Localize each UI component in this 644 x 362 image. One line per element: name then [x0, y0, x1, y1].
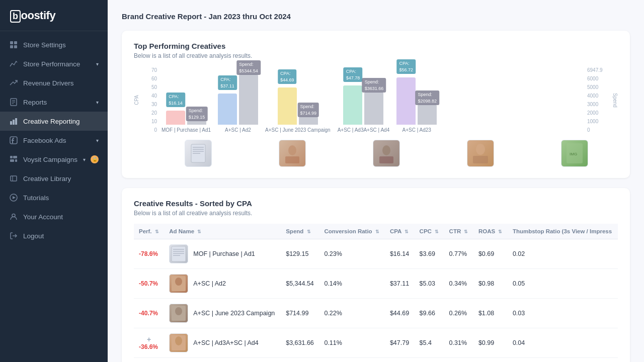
- sidebar-item-tutorials[interactable]: Tutorials: [0, 188, 108, 207]
- spend-label-4: Spend:$3631.66: [362, 78, 386, 93]
- sidebar-item-reports[interactable]: Reports ▾: [0, 93, 108, 112]
- sidebar-item-creative-reporting[interactable]: Creative Reporting: [0, 112, 108, 131]
- bar-cpa-4: CPA:$47.78: [343, 85, 362, 125]
- ad-name-text-1: MOF | Purchase | Ad1: [193, 250, 255, 257]
- sidebar-item-store-settings[interactable]: Store Settings: [0, 35, 108, 54]
- sidebar-item-facebook-ads[interactable]: Facebook Ads ▾: [0, 131, 108, 150]
- table-header-row: Perf. ⇅ Ad Name ⇅ Spend ⇅ Conversion Rat…: [134, 224, 618, 239]
- cpa-label-5: CPA:$56.72: [396, 59, 416, 74]
- svg-rect-12: [10, 156, 13, 158]
- svg-point-29: [382, 145, 390, 155]
- col-roas[interactable]: ROAS ⇅: [473, 224, 508, 239]
- fb-icon: [9, 136, 18, 145]
- col-ad-name[interactable]: Ad Name ⇅: [164, 224, 281, 239]
- svg-rect-35: [172, 246, 186, 261]
- col-cpc[interactable]: CPC ⇅: [415, 224, 444, 239]
- svg-rect-9: [13, 120, 15, 125]
- thumbnail-3: [343, 140, 430, 167]
- cpc-2: $5.03: [415, 269, 444, 299]
- chart-icon: [9, 59, 18, 68]
- perf-value-2: -50.7%: [134, 269, 164, 299]
- svg-rect-28: [285, 156, 299, 163]
- sidebar-item-store-performance[interactable]: Store Performance ▾: [0, 54, 108, 73]
- svg-text:IMG: IMG: [570, 152, 577, 156]
- svg-rect-16: [11, 176, 17, 181]
- ad-thumb-img-2: [169, 274, 188, 293]
- thumb-img-1: [185, 140, 212, 167]
- ctr-2: 0.34%: [444, 269, 473, 299]
- svg-point-27: [288, 145, 296, 155]
- sidebar-item-logout[interactable]: Logout: [0, 226, 108, 245]
- thumbstop-4: 0.04: [508, 328, 618, 358]
- sort-icon-conversion[interactable]: ⇅: [375, 229, 379, 234]
- col-cpc-label: CPC: [420, 228, 432, 234]
- bar-spend-3: Spend:$714.99: [299, 117, 318, 125]
- thumbstop-1: 0.02: [508, 239, 618, 269]
- grid2-icon: [9, 155, 18, 164]
- conversion-4: 0.11%: [319, 328, 384, 358]
- ad-name-cell-2: A+SC | Ad2: [164, 269, 281, 299]
- cpa-1: $16.14: [385, 239, 415, 269]
- col-spend[interactable]: Spend ⇅: [281, 224, 319, 239]
- svg-rect-8: [10, 121, 12, 125]
- right-y-axis-label: Spend: [612, 93, 618, 108]
- sort-icon-cpa[interactable]: ⇅: [405, 229, 409, 234]
- sidebar-item-reports-label: Reports: [23, 99, 47, 106]
- roas-1: $0.69: [473, 239, 508, 269]
- sidebar-item-your-account[interactable]: Your Account: [0, 207, 108, 226]
- sidebar-item-voysit-campaigns[interactable]: Voysit Campaigns ▾ 🔒: [0, 150, 108, 169]
- col-ad-name-label: Ad Name: [169, 228, 194, 234]
- chart-bars-container: CPA:CPA: $16.14$16.14 Spend:$129.15 MOF …: [162, 67, 582, 133]
- group-label-5: A+SC | Ad23: [403, 127, 431, 133]
- svg-rect-32: [473, 156, 488, 163]
- cpa-4: $47.79: [385, 328, 415, 358]
- sort-icon-cpc[interactable]: ⇅: [435, 229, 439, 234]
- col-roas-label: ROAS: [478, 228, 495, 234]
- spend-label-1: Spend:$129.15: [186, 107, 208, 121]
- y-axis-ticks: 70 60 50 40 30 20 10 0: [143, 67, 158, 133]
- y-tick: 40: [151, 93, 157, 99]
- col-conversion[interactable]: Conversion Ratio ⇅: [319, 224, 384, 239]
- svg-rect-3: [14, 45, 17, 48]
- sort-icon-ad-name[interactable]: ⇅: [197, 229, 201, 234]
- col-thumbstop[interactable]: Thumbstop Ratio (3s View / Impress: [508, 224, 618, 239]
- chart-group-1: CPA:CPA: $16.14$16.14 Spend:$129.15 MOF …: [162, 59, 211, 133]
- cpa-label-1: CPA:CPA: $16.14$16.14: [166, 93, 185, 107]
- right-y-axis: 6947.9 6000 5000 4000 3000 2000 1000 0: [585, 67, 609, 133]
- grid-icon: [9, 40, 18, 49]
- file-icon: [9, 98, 18, 107]
- thumb-img-3: [373, 140, 400, 167]
- ad-name-cell-3: A+SC | June 2023 Campaign: [164, 299, 281, 328]
- trending-icon: [9, 78, 18, 87]
- col-ctr-label: CTR: [449, 228, 461, 234]
- col-ctr[interactable]: CTR ⇅: [444, 224, 473, 239]
- sort-icon-perf[interactable]: ⇅: [155, 229, 159, 234]
- cpa-label-3: CPA:$44.69: [278, 69, 297, 84]
- ad-name-text-4: A+SC | Ad3A+SC | Ad4: [193, 339, 259, 346]
- svg-marker-19: [13, 196, 16, 199]
- sort-icon-ctr[interactable]: ⇅: [464, 229, 468, 234]
- spend-label-2: Spend:$5344.54: [236, 60, 261, 75]
- chart-bars-group-2: CPA:$37.11 Spend:$5344.54: [218, 59, 258, 125]
- col-cpa[interactable]: CPA ⇅: [385, 224, 415, 239]
- chevron-down-icon-reports: ▾: [96, 100, 99, 105]
- ad-thumb-img-3: [169, 304, 188, 323]
- sidebar-item-voysit-campaigns-label: Voysit Campaigns: [23, 156, 77, 163]
- bar-cpa-2: CPA:$37.11: [218, 94, 237, 125]
- top-performing-subtitle: Below is a list of all creative analysis…: [134, 52, 618, 59]
- page-title: Brand Creative Report - Jan 2023 thru Oc…: [122, 12, 630, 21]
- col-perf[interactable]: Perf. ⇅: [134, 224, 164, 239]
- thumbnail-4: [437, 140, 524, 167]
- col-thumbstop-label: Thumbstop Ratio (3s View / Impress: [513, 228, 612, 234]
- sort-icon-spend[interactable]: ⇅: [307, 229, 311, 234]
- sidebar-item-facebook-ads-label: Facebook Ads: [23, 137, 66, 144]
- cpa-2: $37.11: [385, 269, 415, 299]
- bar-spend-1: Spend:$129.15: [187, 121, 206, 125]
- right-y-tick: 6947.9: [587, 67, 609, 73]
- sidebar-item-revenue-drivers[interactable]: Revenue Drivers: [0, 73, 108, 93]
- chart-group-2: CPA:$37.11 Spend:$5344.54 A+SC | Ad2: [218, 59, 258, 133]
- sidebar-item-creative-library[interactable]: Creative Library: [0, 169, 108, 188]
- ctr-1: 0.77%: [444, 239, 473, 269]
- right-y-tick: 2000: [587, 110, 609, 116]
- sort-icon-roas[interactable]: ⇅: [498, 229, 502, 234]
